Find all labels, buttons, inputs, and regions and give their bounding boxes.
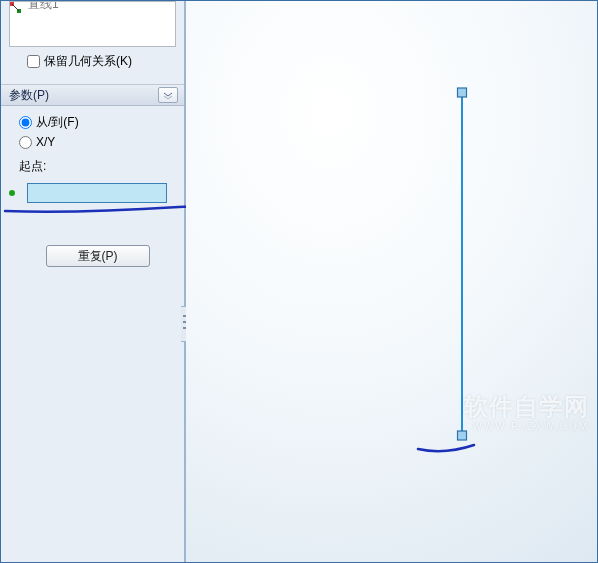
line-entity-icon — [9, 1, 26, 18]
endpoint-handle-bottom[interactable] — [458, 431, 467, 440]
start-point-row — [19, 183, 176, 207]
start-point-label: 起点: — [19, 158, 176, 175]
svg-rect-1 — [17, 9, 21, 13]
app-frame: 直线1 保留几何关系(K) 参数(P) 从/到(F) — [0, 0, 598, 563]
collapse-toggle[interactable] — [158, 87, 178, 103]
repeat-button[interactable]: 重复(P) — [46, 245, 150, 267]
chevron-up-icon — [163, 91, 173, 99]
mode-from-to-input[interactable] — [19, 116, 32, 129]
mode-from-to-label: 从/到(F) — [36, 114, 79, 131]
params-section-body: 从/到(F) X/Y 起点: 重复(P) — [1, 106, 184, 277]
keep-relations-label: 保留几何关系(K) — [44, 53, 132, 70]
svg-rect-0 — [10, 2, 14, 6]
mode-xy-radio[interactable]: X/Y — [19, 132, 176, 152]
start-point-input[interactable] — [27, 183, 167, 203]
annotation-underline-canvas — [418, 445, 474, 451]
keep-relations-checkbox[interactable]: 保留几何关系(K) — [9, 53, 176, 70]
tree-area: 直线1 保留几何关系(K) — [1, 1, 184, 76]
selection-item-label: 直线1 — [28, 1, 59, 13]
svg-line-2 — [12, 4, 19, 11]
graphics-viewport[interactable]: 软件自学网 WWW.RJZXW.COM — [186, 1, 597, 562]
params-section-header[interactable]: 参数(P) — [1, 84, 184, 106]
endpoint-handle-top[interactable] — [458, 88, 467, 97]
mode-from-to-radio[interactable]: 从/到(F) — [19, 112, 176, 132]
selection-listbox[interactable]: 直线1 — [9, 1, 176, 47]
mode-xy-label: X/Y — [36, 135, 55, 149]
point-indicator-icon — [9, 190, 15, 196]
params-section-title: 参数(P) — [9, 87, 49, 104]
sketch-overlay — [186, 1, 597, 562]
property-panel: 直线1 保留几何关系(K) 参数(P) 从/到(F) — [1, 1, 186, 562]
mode-xy-input[interactable] — [19, 136, 32, 149]
keep-relations-input[interactable] — [27, 55, 40, 68]
